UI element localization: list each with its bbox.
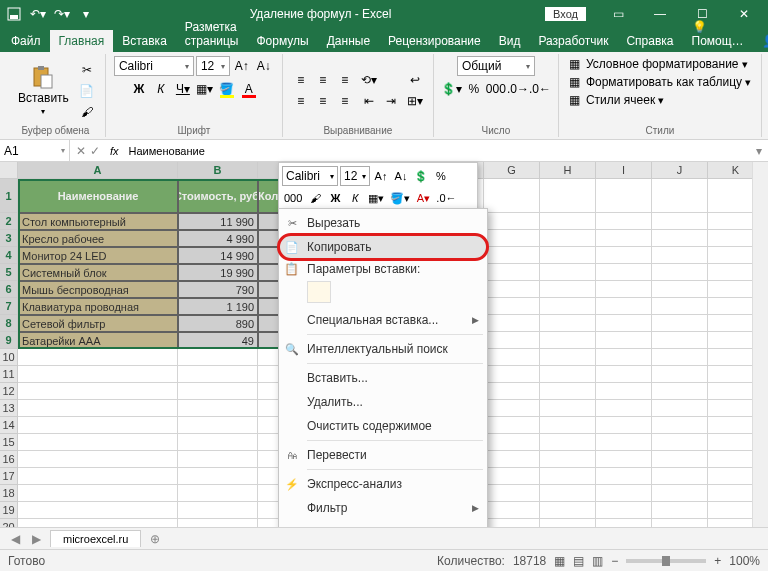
cell[interactable] xyxy=(540,315,596,332)
underline-button[interactable]: Ч▾ xyxy=(173,79,193,99)
cell[interactable] xyxy=(18,400,178,417)
cell[interactable]: 11 990 xyxy=(178,213,258,230)
mini-fill-color-icon[interactable]: 🪣▾ xyxy=(388,188,412,208)
comma-icon[interactable]: 000 xyxy=(486,79,506,99)
cell[interactable] xyxy=(652,349,708,366)
cell[interactable] xyxy=(540,179,596,213)
cell[interactable] xyxy=(540,332,596,349)
cell[interactable] xyxy=(596,315,652,332)
cell[interactable] xyxy=(596,247,652,264)
ctx-delete[interactable]: Удалить... xyxy=(279,390,487,414)
cell[interactable] xyxy=(178,434,258,451)
cell[interactable] xyxy=(540,230,596,247)
align-middle-icon[interactable]: ≡ xyxy=(313,70,333,90)
cell[interactable] xyxy=(178,468,258,485)
cell[interactable]: Кресло рабочее xyxy=(18,230,178,247)
cell[interactable] xyxy=(484,502,540,519)
orientation-icon[interactable]: ⟲▾ xyxy=(359,70,379,90)
inc-decimal-icon[interactable]: .0→ xyxy=(508,79,528,99)
cell[interactable] xyxy=(18,383,178,400)
cell[interactable] xyxy=(178,451,258,468)
cell[interactable] xyxy=(178,502,258,519)
row-header[interactable]: 6 xyxy=(0,281,18,298)
col-header[interactable]: G xyxy=(484,162,540,179)
mini-size-combo[interactable]: 12▾ xyxy=(340,166,370,186)
ctx-cut[interactable]: ✂Вырезать xyxy=(279,211,487,235)
grow-font-icon[interactable]: A↑ xyxy=(232,56,252,76)
tab-layout[interactable]: Разметка страницы xyxy=(176,16,248,52)
shrink-font-icon[interactable]: A↓ xyxy=(254,56,274,76)
row-header[interactable]: 18 xyxy=(0,485,18,502)
cell[interactable]: Монитор 24 LED xyxy=(18,247,178,264)
cell[interactable] xyxy=(652,451,708,468)
col-header[interactable]: H xyxy=(540,162,596,179)
cell[interactable] xyxy=(540,264,596,281)
share-button[interactable]: 👤 Поделиться xyxy=(753,30,768,52)
cell[interactable] xyxy=(596,230,652,247)
cell[interactable] xyxy=(484,179,540,213)
align-right-icon[interactable]: ≡ xyxy=(335,91,355,111)
cell[interactable] xyxy=(18,468,178,485)
format-as-table-button[interactable]: ▦Форматировать как таблицу ▾ xyxy=(567,74,753,90)
cell[interactable] xyxy=(540,468,596,485)
cell[interactable] xyxy=(596,213,652,230)
cell[interactable] xyxy=(596,434,652,451)
font-name-combo[interactable]: Calibri▾ xyxy=(114,56,194,76)
ctx-copy[interactable]: 📄Копировать xyxy=(279,235,487,259)
cell[interactable]: 790 xyxy=(178,281,258,298)
view-normal-icon[interactable]: ▦ xyxy=(554,554,565,568)
cell[interactable] xyxy=(652,468,708,485)
cell[interactable] xyxy=(178,366,258,383)
cell[interactable]: Мышь беспроводная xyxy=(18,281,178,298)
row-header[interactable]: 1 xyxy=(0,179,18,213)
cell[interactable] xyxy=(652,281,708,298)
cell[interactable] xyxy=(540,298,596,315)
cell[interactable] xyxy=(484,383,540,400)
row-header[interactable]: 3 xyxy=(0,230,18,247)
col-header[interactable]: I xyxy=(596,162,652,179)
cell[interactable] xyxy=(596,485,652,502)
col-header[interactable]: B xyxy=(178,162,258,179)
cell[interactable]: Системный блок xyxy=(18,264,178,281)
paste-option-icon[interactable] xyxy=(307,281,331,303)
mini-font-color-icon[interactable]: A▾ xyxy=(414,188,432,208)
cell[interactable] xyxy=(540,417,596,434)
cell[interactable] xyxy=(484,332,540,349)
cell[interactable]: Стол компьютерный xyxy=(18,213,178,230)
cell[interactable]: Клавиатура проводная xyxy=(18,298,178,315)
currency-icon[interactable]: 💲▾ xyxy=(442,79,462,99)
zoom-in-icon[interactable]: + xyxy=(714,554,721,568)
cell[interactable] xyxy=(540,366,596,383)
row-header[interactable]: 7 xyxy=(0,298,18,315)
cell[interactable] xyxy=(484,247,540,264)
undo-icon[interactable]: ↶▾ xyxy=(28,4,48,24)
cell[interactable] xyxy=(652,230,708,247)
cell[interactable] xyxy=(484,451,540,468)
ribbon-options-icon[interactable]: ▭ xyxy=(598,4,638,24)
col-header[interactable]: A xyxy=(18,162,178,179)
fx-icon[interactable]: fx xyxy=(106,145,123,157)
enter-formula-icon[interactable]: ✓ xyxy=(90,144,100,158)
cell[interactable]: Сетевой фильтр xyxy=(18,315,178,332)
cell[interactable] xyxy=(484,264,540,281)
cell[interactable] xyxy=(652,502,708,519)
font-color-icon[interactable]: A xyxy=(239,79,259,99)
tab-data[interactable]: Данные xyxy=(318,30,379,52)
mini-bold-button[interactable]: Ж xyxy=(326,188,344,208)
cell[interactable] xyxy=(540,349,596,366)
cell[interactable] xyxy=(596,468,652,485)
cell[interactable] xyxy=(484,230,540,247)
conditional-format-button[interactable]: ▦Условное форматирование ▾ xyxy=(567,56,750,72)
row-header[interactable]: 8 xyxy=(0,315,18,332)
mini-dec-decimal-icon[interactable]: .0← xyxy=(434,188,458,208)
cell[interactable] xyxy=(596,502,652,519)
cell[interactable] xyxy=(484,281,540,298)
minimize-icon[interactable]: — xyxy=(640,4,680,24)
bold-button[interactable]: Ж xyxy=(129,79,149,99)
cell[interactable] xyxy=(652,264,708,281)
tab-developer[interactable]: Разработчик xyxy=(529,30,617,52)
outdent-icon[interactable]: ⇤ xyxy=(359,91,379,111)
cell[interactable] xyxy=(596,400,652,417)
cell[interactable]: 4 990 xyxy=(178,230,258,247)
wrap-text-icon[interactable]: ↩ xyxy=(405,70,425,90)
